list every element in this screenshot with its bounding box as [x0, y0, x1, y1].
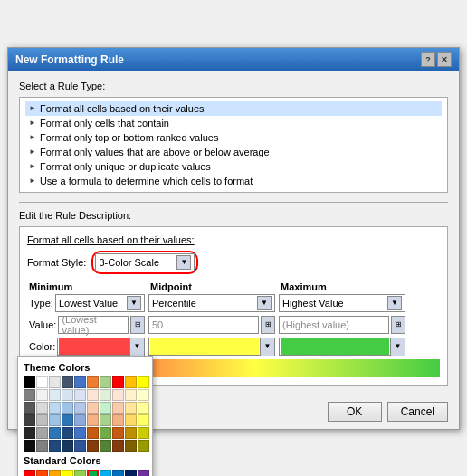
theme-color-cell[interactable]	[24, 376, 35, 388]
theme-color-cell[interactable]	[24, 389, 35, 401]
theme-color-cell[interactable]	[138, 376, 149, 388]
theme-color-cell[interactable]	[138, 414, 149, 426]
min-value-input[interactable]: (Lowest value)	[58, 316, 129, 334]
min-color-control[interactable]: ▼	[57, 338, 145, 356]
min-type-select[interactable]: Lowest Value ▼	[55, 294, 145, 312]
theme-color-cell[interactable]	[49, 440, 61, 452]
standard-color-cell[interactable]: Green	[87, 470, 99, 477]
theme-color-cell[interactable]	[125, 427, 137, 439]
theme-color-cell[interactable]	[74, 440, 86, 452]
theme-color-cell[interactable]	[62, 389, 73, 401]
theme-color-cell[interactable]	[62, 440, 73, 452]
standard-color-cell[interactable]	[24, 470, 35, 477]
theme-color-cell[interactable]	[74, 389, 86, 401]
theme-color-cell[interactable]	[49, 402, 61, 414]
rule-item-0[interactable]: Format all cells based on their values	[25, 101, 442, 116]
rule-item-1[interactable]: Format only cells that contain	[25, 116, 442, 130]
standard-color-cell[interactable]	[49, 470, 61, 477]
theme-color-cell[interactable]	[112, 376, 124, 388]
max-value-picker-btn[interactable]: ⊞	[391, 316, 405, 334]
mid-color-dropdown-btn[interactable]: ▼	[260, 338, 274, 356]
theme-color-cell[interactable]	[24, 440, 35, 452]
theme-color-cell[interactable]	[36, 440, 48, 452]
standard-color-cell[interactable]	[74, 470, 86, 477]
theme-color-cell[interactable]	[125, 376, 137, 388]
theme-color-cell[interactable]	[112, 402, 124, 414]
theme-color-cell[interactable]	[100, 440, 111, 452]
mid-color-control[interactable]: ▼	[148, 338, 275, 356]
min-type-arrow[interactable]: ▼	[127, 296, 141, 310]
max-value-input[interactable]: (Highest value)	[279, 316, 389, 334]
theme-color-cell[interactable]	[24, 427, 35, 439]
max-color-control[interactable]: ▼	[279, 338, 405, 356]
theme-color-cell[interactable]	[125, 389, 137, 401]
theme-color-cell[interactable]	[138, 440, 149, 452]
theme-color-cell[interactable]	[87, 389, 99, 401]
theme-color-cell[interactable]	[138, 427, 149, 439]
max-type-arrow[interactable]: ▼	[387, 296, 402, 310]
theme-color-cell[interactable]	[87, 414, 99, 426]
theme-color-cell[interactable]	[36, 376, 48, 388]
standard-color-cell[interactable]	[36, 470, 48, 477]
theme-color-cell[interactable]	[62, 427, 73, 439]
theme-color-cell[interactable]	[62, 376, 73, 388]
format-style-select[interactable]: 3-Color Scale ▼	[95, 253, 195, 271]
theme-color-cell[interactable]	[24, 414, 35, 426]
theme-color-cell[interactable]	[87, 402, 99, 414]
theme-color-cell[interactable]	[24, 402, 35, 414]
theme-color-cell[interactable]	[138, 389, 149, 401]
standard-color-cell[interactable]	[100, 470, 111, 477]
theme-color-cell[interactable]	[36, 427, 48, 439]
theme-color-cell[interactable]	[62, 402, 73, 414]
theme-color-cell[interactable]	[49, 414, 61, 426]
help-button[interactable]: ?	[421, 52, 435, 67]
theme-color-cell[interactable]	[74, 402, 86, 414]
theme-color-cell[interactable]	[49, 427, 61, 439]
theme-color-cell[interactable]	[125, 414, 137, 426]
mid-value-input[interactable]: 50	[148, 316, 259, 334]
theme-color-cell[interactable]	[87, 427, 99, 439]
rule-item-5[interactable]: Use a formula to determine which cells t…	[25, 174, 442, 188]
min-color-dropdown-btn[interactable]: ▼	[129, 338, 144, 356]
max-color-dropdown-btn[interactable]: ▼	[390, 338, 405, 356]
theme-color-cell[interactable]	[100, 414, 111, 426]
theme-color-cell[interactable]	[112, 440, 124, 452]
mid-value-picker-btn[interactable]: ⊞	[261, 316, 275, 334]
theme-color-cell[interactable]	[36, 389, 48, 401]
rule-item-2[interactable]: Format only top or bottom ranked values	[25, 130, 442, 145]
theme-color-cell[interactable]	[138, 402, 149, 414]
theme-color-cell[interactable]	[100, 402, 111, 414]
theme-color-cell[interactable]	[125, 440, 137, 452]
ok-button[interactable]: OK	[328, 402, 382, 422]
format-style-arrow[interactable]: ▼	[176, 255, 191, 270]
rule-item-3[interactable]: Format only values that are above or bel…	[25, 145, 442, 159]
min-value-picker-btn[interactable]: ⊞	[130, 316, 145, 334]
theme-color-cell[interactable]	[36, 402, 48, 414]
rule-item-4[interactable]: Format only unique or duplicate values	[25, 159, 442, 174]
max-type-select[interactable]: Highest Value ▼	[279, 294, 405, 312]
theme-color-cell[interactable]	[100, 427, 111, 439]
mid-type-select[interactable]: Percentile ▼	[148, 294, 275, 312]
standard-color-cell[interactable]	[125, 470, 137, 477]
theme-color-cell[interactable]	[49, 376, 61, 388]
mid-type-arrow[interactable]: ▼	[257, 296, 272, 310]
theme-color-cell[interactable]	[74, 414, 86, 426]
theme-color-cell[interactable]	[36, 414, 48, 426]
theme-color-cell[interactable]	[49, 389, 61, 401]
theme-color-cell[interactable]	[74, 427, 86, 439]
theme-color-cell[interactable]	[87, 440, 99, 452]
theme-color-cell[interactable]	[100, 376, 111, 388]
theme-color-cell[interactable]	[74, 376, 86, 388]
theme-color-cell[interactable]	[87, 376, 99, 388]
theme-color-cell[interactable]	[112, 414, 124, 426]
theme-color-cell[interactable]	[125, 402, 137, 414]
close-button[interactable]: ✕	[437, 52, 452, 67]
standard-color-cell[interactable]	[112, 470, 124, 477]
standard-color-cell[interactable]	[138, 470, 149, 477]
theme-color-cell[interactable]	[100, 389, 111, 401]
standard-color-cell[interactable]	[62, 470, 73, 477]
theme-color-cell[interactable]	[112, 427, 124, 439]
theme-color-cell[interactable]	[62, 414, 73, 426]
theme-color-cell[interactable]	[112, 389, 124, 401]
cancel-button[interactable]: Cancel	[387, 402, 448, 422]
